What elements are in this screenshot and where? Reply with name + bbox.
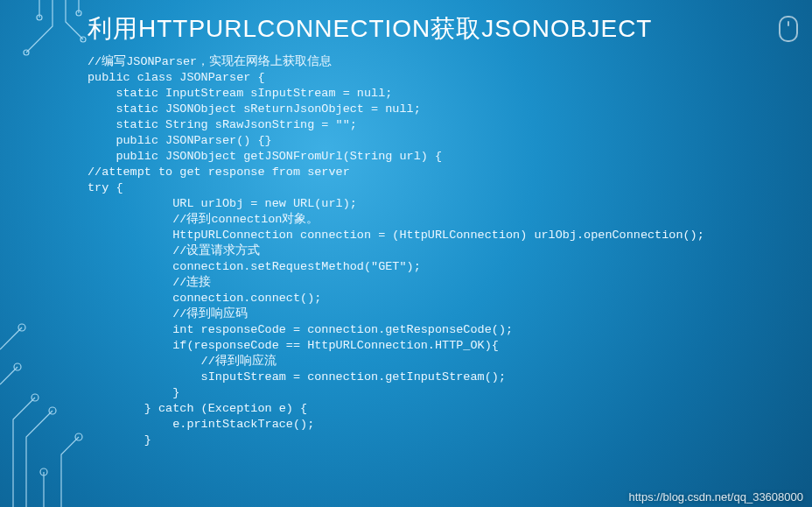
svg-point-2 — [37, 15, 42, 20]
svg-point-4 — [49, 407, 56, 414]
svg-point-6 — [40, 468, 47, 475]
svg-point-8 — [14, 363, 21, 370]
mouse-icon — [779, 16, 798, 42]
svg-point-9 — [18, 324, 25, 331]
watermark-url: https://blog.csdn.net/qq_33608000 — [629, 490, 804, 503]
slide: 利用HTTPURLCONNECTION获取JSONOBJECT //编写JSON… — [0, 0, 812, 507]
svg-point-5 — [32, 394, 38, 401]
slide-title: 利用HTTPURLCONNECTION获取JSONOBJECT — [88, 12, 777, 46]
svg-point-1 — [80, 37, 86, 42]
svg-point-3 — [76, 11, 81, 16]
code-block: //编写JSONParser，实现在网络上获取信息 public class J… — [88, 54, 777, 448]
svg-point-7 — [75, 433, 82, 440]
svg-point-0 — [24, 50, 29, 55]
